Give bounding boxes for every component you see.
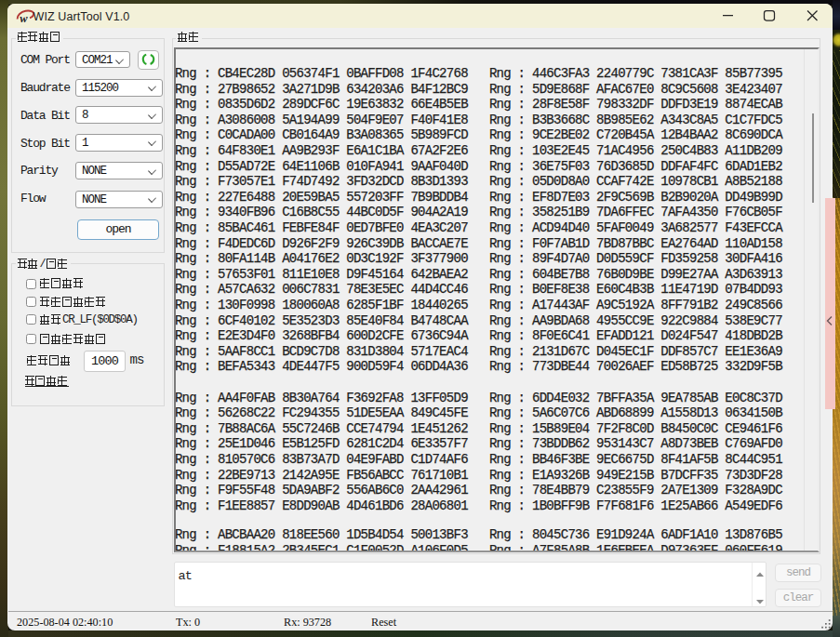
- svg-text:w: w: [20, 12, 28, 25]
